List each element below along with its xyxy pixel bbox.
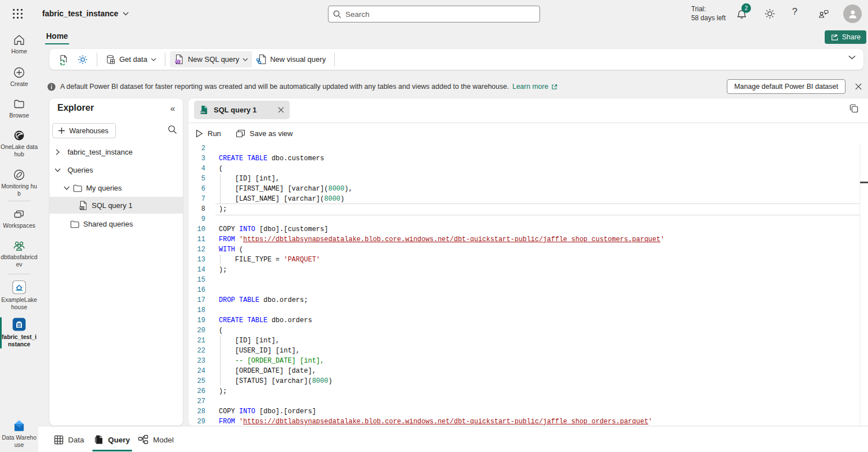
- add-warehouses-button[interactable]: Warehouses: [52, 123, 116, 138]
- data-warehouse-icon: [12, 419, 26, 432]
- nav-item-home[interactable]: Home: [0, 34, 38, 55]
- tab-data[interactable]: Data: [54, 431, 84, 448]
- bottom-view-switcher: Data Query Model: [38, 427, 868, 452]
- chevron-down-icon: [151, 58, 156, 61]
- info-icon: [47, 83, 56, 91]
- tab-model-label: Model: [153, 436, 174, 444]
- lakehouse-icon: [12, 280, 26, 295]
- save-as-view-label: Save as view: [250, 129, 293, 138]
- explorer-title: Explorer: [57, 103, 94, 113]
- nav-item-browse[interactable]: Browse: [0, 98, 38, 119]
- new-sql-query-button[interactable]: SQL New SQL query: [170, 51, 252, 67]
- toolbar-divider: [97, 53, 97, 66]
- explorer-search-button[interactable]: [168, 125, 177, 134]
- svg-text:SQL: SQL: [200, 111, 205, 114]
- query-file-icon: [95, 435, 104, 445]
- search-icon: [333, 10, 341, 19]
- share-icon: [830, 33, 839, 41]
- nav-item-monitoring-hub[interactable]: Monitoring hub: [0, 169, 38, 197]
- rail-divider: [8, 201, 30, 201]
- editor-scrollbar[interactable]: [860, 143, 860, 426]
- home-icon: [13, 34, 25, 46]
- nav-item-fabric-test-instance[interactable]: fabric_test_instance: [0, 317, 38, 348]
- account-button[interactable]: [843, 4, 862, 23]
- monitoring-icon: [13, 169, 25, 181]
- copy-icon: [849, 104, 859, 114]
- get-data-button[interactable]: Get data: [102, 52, 160, 67]
- warehouse-settings-button[interactable]: [73, 51, 92, 68]
- sql-file-icon: SQL: [174, 54, 185, 65]
- share-button[interactable]: Share: [825, 30, 866, 44]
- nav-item-create[interactable]: Create: [0, 66, 38, 88]
- chevron-down-icon: [242, 58, 248, 61]
- gear-icon: [764, 8, 776, 20]
- settings-button[interactable]: [764, 8, 776, 20]
- run-icon: [196, 129, 203, 138]
- gear-icon: [77, 54, 88, 65]
- folder-icon: [70, 220, 79, 228]
- save-as-view-icon: [236, 129, 245, 138]
- copy-button[interactable]: [849, 104, 859, 114]
- tree-item-warehouse[interactable]: fabric_test_instance: [50, 145, 183, 159]
- query-tab-label: SQL query 1: [214, 106, 273, 114]
- warehouse-item-icon: [12, 317, 26, 332]
- banner-close-button[interactable]: [853, 82, 863, 92]
- help-icon: ?: [792, 6, 797, 17]
- manage-dataset-button[interactable]: Manage default Power BI dataset: [727, 79, 845, 94]
- rail-divider: [8, 274, 30, 274]
- visual-query-icon: [256, 54, 267, 65]
- feedback-icon: [817, 8, 830, 20]
- close-icon[interactable]: [278, 107, 284, 113]
- left-nav-rail: Home Create Browse OneLake data hub Moni…: [0, 27, 38, 452]
- editor-toolbar: Run Save as view: [188, 123, 868, 143]
- model-diagram-icon: [138, 435, 149, 445]
- trial-status[interactable]: Trial: 58 days left: [691, 4, 726, 22]
- run-label: Run: [208, 129, 221, 138]
- help-button[interactable]: ?: [792, 6, 804, 19]
- folder-icon: [73, 184, 82, 192]
- feedback-button[interactable]: [817, 8, 830, 20]
- waffle-menu-button[interactable]: [11, 7, 24, 20]
- sql-file-icon: SQL: [200, 105, 209, 115]
- search-box: [328, 6, 540, 22]
- nav-item-onelake-data-hub[interactable]: OneLake data hub: [0, 129, 38, 158]
- refresh-dataset-button[interactable]: [54, 51, 73, 68]
- sql-file-icon: SQL: [79, 201, 88, 210]
- svg-text:SQL: SQL: [79, 206, 84, 209]
- folder-icon: [13, 98, 25, 110]
- nav-item-dbtlabsfabricdev[interactable]: dbtlabsfabricdev: [0, 239, 38, 268]
- new-sql-query-label: New SQL query: [188, 55, 239, 64]
- search-input[interactable]: [345, 10, 535, 19]
- banner-message: A default Power BI dataset for faster re…: [60, 83, 509, 91]
- search-icon: [168, 125, 177, 134]
- learn-more-link[interactable]: Learn more: [512, 83, 558, 91]
- nav-item-data-warehouse[interactable]: Data Warehouse: [0, 419, 38, 449]
- explorer-collapse-button[interactable]: «: [170, 103, 175, 113]
- ribbon-tab-home[interactable]: Home: [45, 29, 69, 43]
- tab-model[interactable]: Model: [138, 431, 174, 448]
- tree-item-sql-query-1[interactable]: SQL SQL query 1: [50, 197, 183, 214]
- tab-query-label: Query: [108, 436, 130, 444]
- run-button[interactable]: Run: [196, 129, 221, 138]
- workspace-switcher[interactable]: fabric_test_instance: [42, 7, 129, 20]
- nav-item-workspaces[interactable]: Workspaces: [0, 208, 38, 229]
- tab-query[interactable]: Query: [95, 431, 130, 448]
- waffle-icon: [13, 9, 23, 19]
- query-tab-sql-query-1[interactable]: SQL SQL query 1: [194, 101, 290, 119]
- default-dataset-banner: A default Power BI dataset for faster re…: [38, 78, 868, 96]
- new-visual-query-button[interactable]: New visual query: [252, 51, 330, 67]
- code-lines[interactable]: CREATE TABLE dbo.customers( [ID] [int], …: [219, 143, 664, 426]
- scrollbar-cursor-marker: [860, 182, 868, 183]
- workspaces-icon: [13, 208, 25, 220]
- tree-item-my-queries[interactable]: My queries: [50, 181, 183, 195]
- tree-item-shared-queries[interactable]: Shared queries: [50, 217, 183, 231]
- chevron-down-icon: [54, 168, 61, 172]
- external-link-icon: [551, 83, 558, 91]
- ribbon-collapse-button[interactable]: [848, 55, 856, 60]
- save-as-view-button[interactable]: Save as view: [236, 129, 293, 138]
- chevron-right-icon: [54, 149, 61, 155]
- svg-text:SQL: SQL: [175, 60, 181, 63]
- top-bar: fabric_test_instance Trial: 58 days left…: [0, 0, 868, 27]
- nav-item-examplelakehouse[interactable]: ExampleLakehouse: [0, 280, 38, 311]
- tree-item-queries[interactable]: Queries: [50, 163, 183, 177]
